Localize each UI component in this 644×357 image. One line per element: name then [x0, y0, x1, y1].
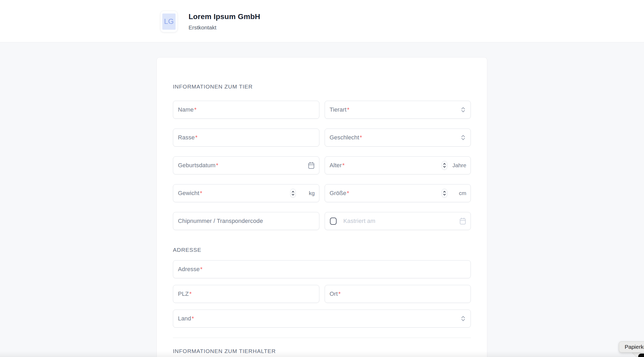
geburtsdatum-input[interactable]: Geburtsdatum* — [173, 156, 319, 174]
groesse-unit-label: cm — [459, 190, 466, 196]
required-asterisk: * — [200, 266, 203, 272]
section-title-adresse: ADRESSE — [173, 247, 471, 253]
plz-input[interactable]: PLZ* — [173, 285, 319, 303]
tierart-placeholder: Tierart* — [330, 106, 350, 113]
required-asterisk: * — [194, 106, 197, 113]
land-select[interactable]: Land* — [173, 310, 471, 328]
stepper-down-icon — [443, 166, 446, 168]
required-asterisk: * — [189, 290, 192, 297]
chevron-updown-icon — [460, 315, 466, 322]
page-subtitle: Erstkontakt — [189, 24, 260, 31]
required-asterisk: * — [360, 134, 362, 141]
required-asterisk: * — [192, 315, 194, 322]
alter-input[interactable]: Alter* Jahre — [325, 156, 471, 174]
form-card: INFORMATIONEN ZUM TIER Name* Tierart* Ra… — [156, 57, 487, 357]
adresse-placeholder: Adresse* — [178, 266, 203, 273]
kastriert-placeholder: Kastriert am — [343, 218, 375, 224]
gewicht-placeholder: Gewicht* — [178, 190, 202, 197]
chipnummer-input[interactable]: Chipnummer / Transpondercode — [173, 212, 319, 230]
logo-text: LG — [164, 17, 174, 26]
company-logo-initials: LG — [162, 14, 176, 30]
plz-placeholder: PLZ* — [178, 290, 192, 297]
required-asterisk: * — [347, 190, 349, 196]
stepper-down-icon — [292, 194, 294, 196]
gewicht-stepper[interactable] — [290, 189, 296, 198]
rasse-placeholder: Rasse* — [178, 134, 198, 141]
ort-input[interactable]: Ort* — [325, 285, 471, 303]
chipnummer-placeholder: Chipnummer / Transpondercode — [178, 218, 263, 224]
adresse-input[interactable]: Adresse* — [173, 260, 471, 278]
required-asterisk: * — [342, 162, 345, 169]
company-logo: LG — [160, 11, 178, 32]
groesse-stepper[interactable] — [442, 189, 447, 198]
trash-dock-icon[interactable] — [638, 354, 644, 357]
gewicht-unit-label: kg — [309, 190, 315, 196]
section-divider — [173, 338, 471, 338]
geschlecht-select[interactable]: Geschlecht* — [325, 129, 471, 147]
stepper-up-icon — [443, 191, 446, 193]
alter-stepper[interactable] — [442, 161, 447, 170]
tierart-select[interactable]: Tierart* — [325, 101, 471, 119]
alter-unit-label: Jahre — [452, 162, 466, 169]
required-asterisk: * — [200, 190, 202, 196]
brand: LG Lorem Ipsum GmbH Erstkontakt — [160, 11, 260, 32]
chevron-updown-icon — [460, 134, 466, 141]
rasse-input[interactable]: Rasse* — [173, 129, 319, 147]
kastriert-checkbox[interactable] — [330, 218, 337, 225]
required-asterisk: * — [338, 290, 341, 297]
name-input[interactable]: Name* — [173, 101, 319, 119]
section-title-tierhalter: INFORMATIONEN ZUM TIERHALTER — [173, 348, 471, 354]
ort-placeholder: Ort* — [330, 290, 341, 297]
chevron-updown-icon — [460, 106, 466, 113]
plz-ort-grid: PLZ* Ort* — [173, 285, 471, 303]
groesse-input[interactable]: Größe* cm — [325, 184, 471, 202]
name-placeholder: Name* — [178, 106, 196, 113]
stepper-up-icon — [292, 191, 294, 193]
alter-placeholder: Alter* — [330, 162, 345, 169]
dock-tooltip: Papierko — [619, 341, 644, 352]
page-title: Lorem Ipsum GmbH — [189, 12, 260, 21]
stepper-up-icon — [443, 163, 446, 165]
kastriert-am-field[interactable]: Kastriert am — [325, 212, 471, 230]
geburtsdatum-placeholder: Geburtsdatum* — [178, 162, 218, 169]
calendar-icon[interactable] — [308, 162, 315, 169]
gewicht-input[interactable]: Gewicht* kg — [173, 184, 319, 202]
groesse-placeholder: Größe* — [330, 190, 349, 197]
dock-tooltip-label: Papierko — [625, 344, 644, 350]
required-asterisk: * — [195, 134, 198, 141]
tier-fields-grid: Name* Tierart* Rasse* Geschlecht* Geburt… — [173, 101, 471, 230]
required-asterisk: * — [216, 162, 218, 169]
land-placeholder: Land* — [178, 315, 194, 322]
app-header: LG Lorem Ipsum GmbH Erstkontakt — [0, 0, 644, 42]
brand-text: Lorem Ipsum GmbH Erstkontakt — [189, 11, 260, 32]
required-asterisk: * — [347, 106, 350, 113]
section-title-tier: INFORMATIONEN ZUM TIER — [173, 84, 471, 90]
geschlecht-placeholder: Geschlecht* — [330, 134, 362, 141]
stepper-down-icon — [443, 194, 446, 196]
calendar-icon — [459, 217, 466, 225]
